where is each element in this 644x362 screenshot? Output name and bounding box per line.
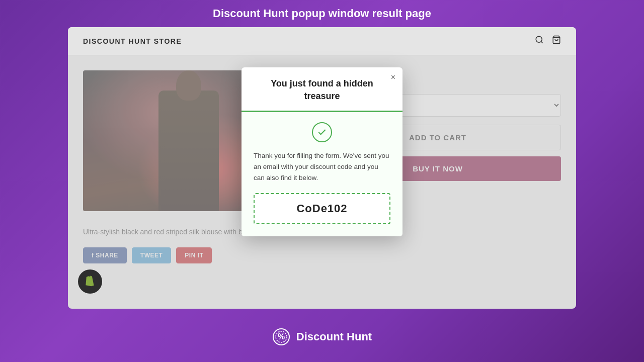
page-title: Discount Hunt popup window result page: [213, 7, 431, 20]
popup-message: Thank you for filling the form. We've se…: [254, 150, 390, 183]
page-footer: % Discount Hunt: [263, 319, 381, 355]
popup-dialog: You just found a hidden treasure × Thank…: [242, 67, 403, 236]
popup-close-button[interactable]: ×: [391, 73, 395, 81]
main-wrapper: DISCOUNT HUNT STORE k Blouse: [68, 27, 576, 309]
checkmark-icon: [317, 127, 327, 137]
popup-body: Thank you for filling the form. We've se…: [242, 112, 403, 236]
footer-brand: Discount Hunt: [296, 330, 372, 343]
svg-text:%: %: [278, 332, 285, 341]
discount-code-box: CoDe102: [254, 193, 390, 224]
discount-code: CoDe102: [296, 202, 347, 215]
success-icon: [312, 122, 332, 142]
popup-overlay: You just found a hidden treasure × Thank…: [68, 27, 576, 309]
popup-title: You just found a hidden treasure: [254, 77, 390, 103]
top-bar: Discount Hunt popup window result page: [0, 0, 644, 27]
footer-logo-icon: %: [272, 328, 290, 346]
popup-header: You just found a hidden treasure ×: [242, 67, 403, 112]
